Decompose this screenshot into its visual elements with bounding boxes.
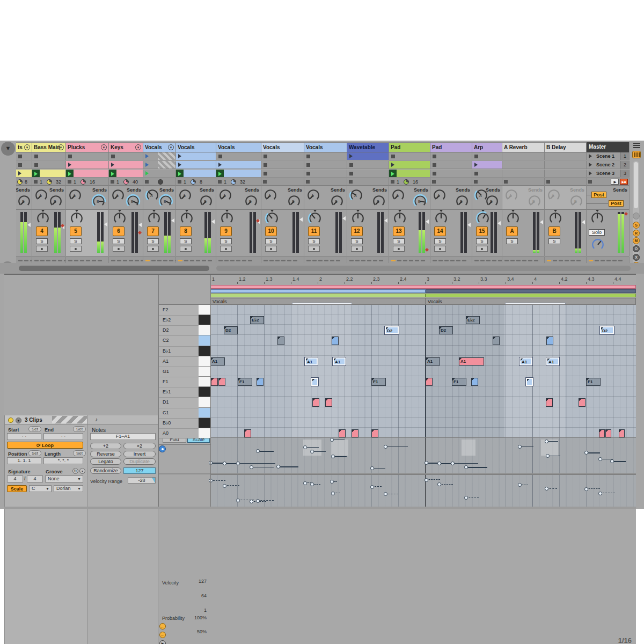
crossfade-dash[interactable] [391, 260, 396, 261]
clip-slot[interactable] [389, 170, 430, 178]
crossfade-dash[interactable] [547, 260, 551, 261]
pan-knob[interactable] [476, 211, 490, 225]
crossfade-dash[interactable] [595, 260, 599, 261]
clip-slot[interactable] [545, 152, 587, 160]
midi-note[interactable]: A1 [333, 357, 346, 365]
crossfade-dash[interactable] [163, 260, 167, 261]
crossfade-dash[interactable] [123, 260, 127, 261]
probability-marker[interactable] [518, 483, 522, 487]
clip-slot[interactable] [176, 161, 216, 169]
clip-slot[interactable] [502, 152, 545, 160]
piano-key-c2[interactable] [199, 335, 210, 346]
set-start-button[interactable]: Set [28, 426, 41, 432]
clip-slot[interactable] [502, 161, 545, 169]
monitor-button[interactable] [393, 246, 405, 252]
midi-note[interactable]: F1 [238, 378, 252, 386]
crossfade-dash[interactable] [129, 260, 133, 261]
track-header-bass-main[interactable]: Bass Main▼ [32, 142, 66, 152]
solo-button[interactable]: S [434, 238, 446, 244]
note-tab-icon[interactable]: ♪ [95, 416, 98, 422]
clip1-loop-bar[interactable] [210, 285, 636, 289]
crossfade-dash[interactable] [18, 260, 23, 261]
crossfade-dash[interactable] [224, 260, 229, 261]
track-stop-button[interactable] [68, 180, 71, 184]
crossfade-dash[interactable] [397, 260, 401, 261]
crossfade-dash[interactable] [522, 260, 526, 261]
monitor-button[interactable] [147, 246, 159, 252]
track-stop-button[interactable] [504, 180, 508, 184]
pan-knob[interactable] [147, 211, 161, 225]
clip-slot[interactable] [347, 152, 389, 160]
midi-note[interactable]: D2 [600, 326, 614, 334]
track-header-keys[interactable]: Keys▼ [109, 142, 143, 152]
track-number-button[interactable]: 6 [113, 226, 125, 236]
midi-note[interactable] [371, 429, 378, 437]
randomize-value[interactable]: 127 [123, 467, 156, 474]
track-number-button[interactable]: 4 [36, 226, 48, 236]
crossfade-dash[interactable] [318, 260, 323, 261]
randomize-button[interactable]: Randomize [90, 467, 121, 474]
crossfade-dash[interactable] [190, 260, 194, 261]
solo-button[interactable]: S [180, 238, 192, 244]
invert-button[interactable]: Invert [123, 451, 156, 457]
transpose-plus2-button[interactable]: +2 [90, 443, 121, 449]
clip2-loop-bar[interactable] [210, 289, 426, 293]
legato-button[interactable]: Legato [90, 458, 121, 465]
clip-playing-box[interactable] [32, 170, 40, 178]
piano-key-b♭0[interactable] [199, 418, 210, 428]
crossfade-dash[interactable] [349, 260, 354, 261]
probability-marker[interactable] [303, 481, 307, 485]
crossfade-dash[interactable] [92, 260, 96, 261]
pan-knob[interactable] [506, 211, 520, 225]
track-header-vocals[interactable]: Vocals [176, 142, 216, 152]
crossfade-dash[interactable] [68, 260, 72, 261]
track-header-ts[interactable]: ts▼ [16, 142, 32, 152]
velocity-marker[interactable] [303, 445, 307, 449]
probability-marker[interactable] [331, 492, 335, 495]
clip-slot[interactable] [109, 170, 143, 178]
clip-slot[interactable] [545, 161, 587, 169]
groove-select[interactable]: None▼ [45, 475, 83, 482]
scene-slot[interactable]: Scene 33 [587, 170, 630, 178]
clip-play-icon[interactable] [178, 154, 181, 158]
clip-slot[interactable] [32, 170, 66, 178]
piano-key-d2[interactable] [199, 325, 210, 335]
midi-note[interactable] [599, 429, 605, 437]
crossfade-dash[interactable] [510, 260, 515, 261]
midi-note[interactable] [546, 336, 553, 345]
piano-key-c1[interactable] [199, 408, 210, 418]
crossfade-dash[interactable] [80, 260, 84, 261]
track-number-button[interactable]: 5 [70, 226, 82, 236]
velocity-marker[interactable] [437, 462, 441, 465]
track-header-master[interactable]: Master [587, 142, 630, 152]
track-header-vocals[interactable]: Vocals [216, 142, 261, 152]
piano-key-f1[interactable] [199, 377, 210, 387]
clip-slot[interactable] [66, 170, 109, 178]
monitor-button[interactable] [265, 246, 277, 252]
piano-key-b♭1[interactable] [199, 346, 210, 356]
main-menu-icon[interactable] [633, 143, 640, 149]
velocity-marker[interactable] [384, 445, 387, 449]
scene-play-icon[interactable] [589, 171, 592, 175]
pan-knob[interactable] [180, 211, 194, 225]
clip-slot[interactable] [347, 170, 389, 178]
crossfade-dash[interactable] [559, 260, 563, 261]
groove-swing-icon[interactable]: ↻ [72, 468, 78, 474]
clip-slot[interactable] [143, 170, 176, 178]
track-stop-button[interactable] [145, 180, 149, 184]
clip-slot[interactable] [216, 170, 261, 178]
midi-note[interactable]: F1 [371, 378, 386, 386]
track-menu-icon[interactable]: ▼ [135, 144, 141, 150]
volume-fader-handle[interactable] [426, 219, 429, 224]
track-header-vocals[interactable]: Vocals [304, 142, 347, 152]
crossfade-dash[interactable] [157, 260, 162, 261]
empty-slot-play-icon[interactable] [145, 154, 149, 158]
track-header-vocals[interactable]: Vocals [261, 142, 304, 152]
monitor-button[interactable] [70, 246, 82, 252]
clip-playing-icon[interactable] [218, 172, 222, 176]
crossfade-dash[interactable] [324, 260, 328, 261]
track-header-plucks[interactable]: Plucks▼ [66, 142, 109, 152]
solo-button[interactable]: S [113, 238, 125, 244]
midi-note[interactable] [218, 378, 225, 386]
volume-fader-handle[interactable] [171, 218, 174, 223]
